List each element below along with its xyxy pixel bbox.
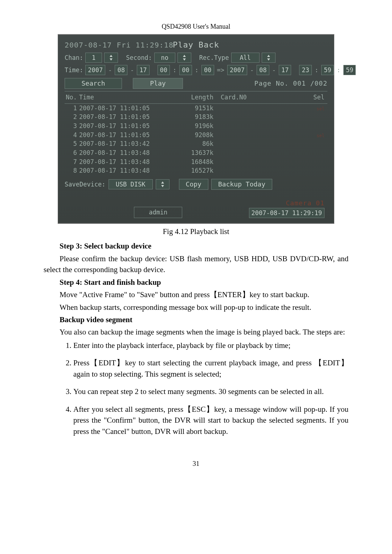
step4-p2: When backup starts, corresponding messag… xyxy=(44,302,348,313)
table-row[interactable]: 42007-08-17 11:01:059208ksel xyxy=(65,131,327,140)
chan-label: Chan: xyxy=(65,53,83,62)
rectype-label: Rec.Type xyxy=(199,53,229,62)
time-to-year[interactable]: 2007 xyxy=(227,65,247,75)
col-time: Time xyxy=(79,93,170,102)
col-card: Card.N0 xyxy=(221,93,279,102)
savedevice-select[interactable]: USB DISK xyxy=(109,179,153,189)
camera-tag: Camera 01 xyxy=(286,198,324,208)
time-to-month[interactable]: 08 xyxy=(257,65,269,75)
second-label: Second: xyxy=(126,53,152,62)
rectype-spinner-icon[interactable] xyxy=(262,53,275,63)
table-row[interactable]: 62007-08-17 11:03:4813637k xyxy=(65,148,327,157)
time-to-sec[interactable]: 59 xyxy=(343,65,356,75)
seg-step-2: Press【EDIT】key to start selecting the cu… xyxy=(73,357,348,379)
copy-button[interactable]: Copy xyxy=(179,179,208,190)
time-from-month[interactable]: 08 xyxy=(115,65,127,75)
time-from-min[interactable]: 00 xyxy=(179,65,192,75)
figure-caption: Fig 4.12 Playback list xyxy=(44,226,348,237)
segment-intro: You also can backup the image segments w… xyxy=(44,327,348,337)
playback-title: Play Back xyxy=(173,39,219,51)
time-to-hour[interactable]: 23 xyxy=(299,65,311,75)
rectype-select[interactable]: All xyxy=(231,53,260,63)
seg-step-1: Enter into the playback interface, playb… xyxy=(73,340,348,351)
segment-title: Backup video segment xyxy=(44,314,348,325)
play-button[interactable]: Play xyxy=(133,78,183,89)
admin-status: admin xyxy=(134,207,182,218)
table-row[interactable]: 22007-08-17 11:01:059183k xyxy=(65,112,327,122)
footer-datetime: 2007-08-17 11:29:19 xyxy=(249,208,324,218)
segment-steps: Enter into the playback interface, playb… xyxy=(44,340,348,437)
savedevice-label: SaveDevice: xyxy=(65,180,106,189)
time-from-day[interactable]: 17 xyxy=(137,65,149,75)
seg-step-3: You can repeat step 2 to select many seg… xyxy=(73,386,348,397)
step4-p1: Move "Active Frame" to "Save" button and… xyxy=(44,289,348,300)
osd-datetime: 2007-08-17 Fri 11:29:18 xyxy=(65,40,173,50)
savedevice-spinner-icon[interactable] xyxy=(156,179,170,189)
chan-spinner-icon[interactable] xyxy=(104,53,118,63)
step3-title: Step 3: Select backup device xyxy=(44,241,348,251)
step3-text: Please confirm the backup device: USB fl… xyxy=(44,253,348,275)
sel-mark-icon: sel xyxy=(317,133,324,138)
time-to-min[interactable]: 59 xyxy=(321,65,334,75)
search-button[interactable]: Search xyxy=(65,78,122,89)
table-row[interactable]: 12007-08-17 11:01:059151ksel xyxy=(65,104,327,113)
chan-select[interactable]: 1 xyxy=(85,53,102,63)
time-to-day[interactable]: 17 xyxy=(279,65,291,75)
col-length: Length xyxy=(170,93,221,102)
time-arrow: => xyxy=(216,66,225,75)
second-select[interactable]: no xyxy=(154,53,175,63)
doc-header: QSD42908 User's Manual xyxy=(44,22,348,31)
page-number-display: Page No. 001 /002 xyxy=(254,79,327,88)
results-header: No. Time Length Card.N0 Sel xyxy=(65,91,327,104)
time-from-hour[interactable]: 00 xyxy=(158,65,170,75)
step4-title: Step 4: Start and finish backup xyxy=(44,277,348,288)
sel-mark-icon: sel xyxy=(317,106,324,111)
page-number: 31 xyxy=(44,459,348,469)
time-from-sec[interactable]: 00 xyxy=(201,65,214,75)
playback-screenshot: 2007-08-17 Fri 11:29:18 Play Back Chan: … xyxy=(58,34,334,224)
col-no: No. xyxy=(65,93,79,102)
results-body: 12007-08-17 11:01:059151ksel22007-08-17 … xyxy=(65,104,327,175)
col-sel: Sel xyxy=(279,93,327,102)
table-row[interactable]: 82007-08-17 11:03:4816527k xyxy=(65,166,327,175)
backup-today-button[interactable]: Backup Today xyxy=(211,179,272,190)
table-row[interactable]: 52007-08-17 11:03:4286k xyxy=(65,139,327,148)
time-from-year[interactable]: 2007 xyxy=(85,65,105,75)
second-spinner-icon[interactable] xyxy=(177,53,191,63)
table-row[interactable]: 72007-08-17 11:03:4816848k xyxy=(65,157,327,167)
time-label: Time: xyxy=(65,66,83,75)
table-row[interactable]: 32007-08-17 11:01:059196k xyxy=(65,122,327,131)
seg-step-4: After you select all segments, press【ESC… xyxy=(73,404,348,437)
